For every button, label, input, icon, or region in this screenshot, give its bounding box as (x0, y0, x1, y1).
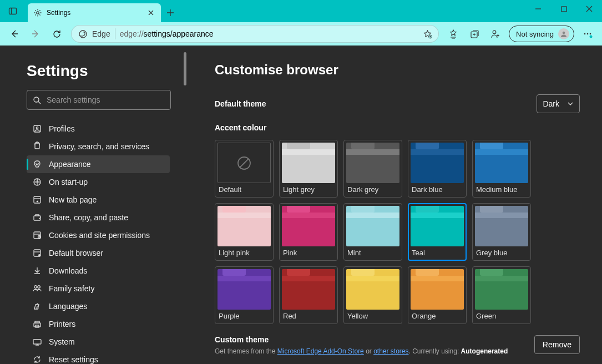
favorite-button[interactable] (419, 26, 435, 42)
accent-swatch-default[interactable]: Default (215, 140, 274, 198)
nav-label: Share, copy, and paste (49, 213, 128, 222)
collections-button[interactable] (464, 24, 484, 44)
person-gear-icon (490, 29, 500, 39)
content-area: Settings ProfilesPrivacy, search, and se… (0, 46, 602, 364)
accent-swatch-dark-blue[interactable]: Dark blue (408, 140, 467, 198)
dots-icon (583, 29, 593, 39)
nav-item-printers[interactable]: Printers (27, 315, 170, 333)
nav-item-downloads[interactable]: Downloads (27, 262, 170, 280)
svg-point-8 (493, 31, 496, 34)
swatch-preview (217, 269, 271, 310)
svg-point-32 (38, 286, 41, 289)
nav-item-system[interactable]: System (27, 333, 170, 351)
browser-toolbar: Edge edge://settings/appearance Not sync… (0, 22, 602, 46)
nav-label: Languages (49, 302, 87, 311)
nav-item-profiles[interactable]: Profiles (27, 120, 170, 138)
new-tab-button[interactable] (161, 3, 180, 22)
accent-swatch-green[interactable]: Green (472, 266, 531, 324)
accent-swatch-medium-blue[interactable]: Medium blue (472, 140, 531, 198)
browser-tab[interactable]: Settings (28, 3, 161, 22)
nav-icon (32, 319, 42, 329)
custom-theme-text: Get themes from the Microsoft Edge Add-O… (215, 347, 508, 355)
accent-swatch-pink[interactable]: Pink (279, 203, 338, 261)
refresh-button[interactable] (47, 24, 67, 44)
nav-label: Cookies and site permissions (49, 231, 150, 240)
close-icon (148, 10, 154, 16)
swatch-preview (411, 206, 464, 246)
swatch-label: Purple (217, 310, 271, 321)
remove-theme-button[interactable]: Remove (534, 335, 580, 354)
theme-dropdown[interactable]: Dark (537, 94, 580, 113)
sidebar-scrollbar[interactable] (183, 46, 187, 364)
other-stores-link[interactable]: other stores (373, 347, 408, 355)
nav-item-reset-settings[interactable]: Reset settings (27, 351, 170, 364)
nav-label: New tab page (49, 195, 97, 204)
nav-icon (32, 284, 42, 294)
accent-swatch-orange[interactable]: Orange (408, 266, 467, 324)
nav-icon (32, 124, 42, 134)
maximize-button[interactable] (551, 0, 576, 18)
custom-theme-row: Custom theme Get themes from the Microso… (215, 335, 580, 355)
back-button[interactable] (4, 24, 24, 44)
favorites-button[interactable] (443, 24, 463, 44)
swatch-label: Pink (282, 246, 335, 258)
swatch-preview (217, 206, 271, 246)
nav-item-cookies-and-site-permissions[interactable]: Cookies and site permissions (27, 226, 170, 244)
nav-item-family-safety[interactable]: Family safety (27, 280, 170, 297)
accent-swatch-grid: DefaultLight greyDark greyDark blueMediu… (215, 140, 580, 324)
swatch-label: Medium blue (475, 183, 528, 195)
nav-item-new-tab-page[interactable]: New tab page (27, 191, 170, 209)
svg-point-14 (590, 36, 593, 38)
sync-label: Not syncing (516, 30, 554, 38)
swatch-preview (217, 143, 271, 183)
search-icon (33, 96, 41, 104)
edge-icon (78, 29, 88, 39)
accent-swatch-yellow[interactable]: Yellow (343, 266, 402, 324)
address-bar[interactable]: Edge edge://settings/appearance (71, 25, 439, 43)
addon-store-link[interactable]: Microsoft Edge Add-On Store (277, 347, 364, 355)
window-controls (525, 0, 602, 18)
nav-item-privacy-search-and-services[interactable]: Privacy, search, and services (27, 138, 170, 155)
nav-item-appearance[interactable]: Appearance (27, 155, 170, 173)
svg-point-31 (34, 286, 37, 289)
nav-item-share-copy-and-paste[interactable]: Share, copy, and paste (27, 209, 170, 226)
tab-close-button[interactable] (146, 8, 155, 17)
custom-theme-title: Custom theme (215, 335, 508, 344)
nav-icon (32, 337, 42, 347)
nav-item-languages[interactable]: ALanguages (27, 297, 170, 315)
accent-swatch-red[interactable]: Red (279, 266, 338, 324)
accent-swatch-dark-grey[interactable]: Dark grey (343, 140, 402, 198)
accent-swatch-light-pink[interactable]: Light pink (215, 203, 274, 261)
personal-button[interactable] (485, 24, 505, 44)
accent-swatch-purple[interactable]: Purple (215, 266, 274, 324)
tab-actions-button[interactable] (0, 0, 26, 22)
profile-sync-button[interactable]: Not syncing (509, 26, 574, 42)
menu-button[interactable] (578, 24, 598, 44)
svg-line-41 (240, 159, 249, 168)
svg-point-11 (584, 33, 586, 35)
swatch-label: Light grey (282, 183, 335, 195)
page-heading: Customise browser (215, 62, 580, 78)
nav-label: Appearance (49, 160, 91, 169)
nav-label: Printers (49, 320, 75, 328)
search-input[interactable] (47, 95, 165, 104)
nav-icon (32, 159, 42, 169)
accent-swatch-mint[interactable]: Mint (343, 203, 402, 261)
search-settings-box[interactable] (27, 90, 171, 110)
swatch-label: Orange (411, 310, 464, 321)
accent-colour-label: Accent colour (215, 123, 580, 132)
nav-item-on-start-up[interactable]: On start-up (27, 173, 170, 191)
plus-icon (166, 9, 174, 17)
settings-main: Customise browser Default theme Dark Acc… (187, 46, 602, 364)
svg-rect-35 (35, 321, 39, 323)
url-text: edge://settings/appearance (120, 29, 214, 39)
minimize-button[interactable] (525, 0, 551, 18)
swatch-label: Dark blue (411, 183, 464, 195)
nav-item-default-browser[interactable]: Default browser (27, 244, 170, 262)
accent-swatch-teal[interactable]: Teal (408, 203, 467, 261)
accent-swatch-grey-blue[interactable]: Grey blue (472, 203, 531, 261)
forward-button[interactable] (26, 24, 45, 44)
swatch-preview (346, 206, 399, 246)
close-window-button[interactable] (576, 0, 602, 18)
accent-swatch-light-grey[interactable]: Light grey (279, 140, 338, 198)
